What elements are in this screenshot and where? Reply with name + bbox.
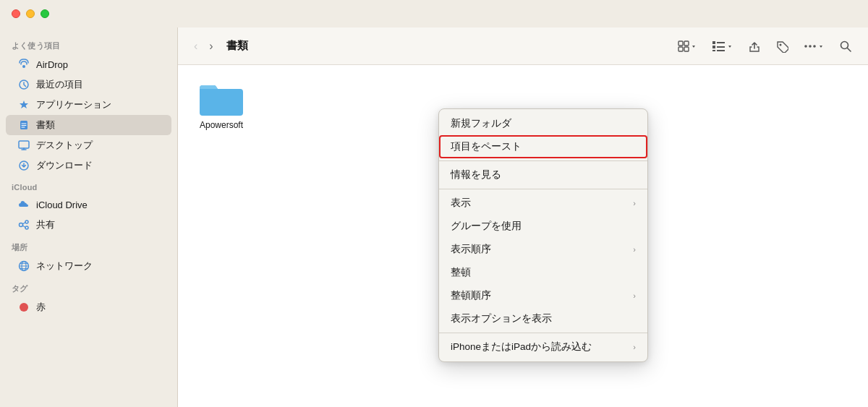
clean-up-label: 整頓 — [451, 266, 471, 279]
context-menu-clean-up[interactable]: 整頓 — [439, 261, 647, 284]
sidebar: よく使う項目 AirDrop 最近の項目 — [0, 27, 178, 407]
icloud-drive-label: iCloud Drive — [36, 200, 88, 210]
content-area: ‹ › 書類 — [178, 27, 868, 407]
svg-point-21 — [780, 43, 782, 46]
sidebar-section-icloud: iCloud — [0, 176, 177, 194]
show-view-options-label: 表示オプションを表示 — [451, 312, 552, 325]
icloud-drive-icon — [17, 198, 30, 211]
svg-point-10 — [20, 303, 28, 312]
clean-up-by-label: 整頓順序 — [451, 289, 491, 302]
context-menu-clean-up-by[interactable]: 整頓順序 › — [439, 284, 647, 307]
sidebar-section-tags: タグ — [0, 276, 177, 297]
toolbar-actions — [673, 37, 856, 56]
title-bar — [0, 0, 868, 27]
use-groups-label: グループを使用 — [451, 220, 522, 233]
close-button[interactable] — [12, 9, 20, 18]
context-menu-import-from-iphone[interactable]: iPhoneまたはiPadから読み込む › — [439, 335, 647, 359]
sidebar-item-desktop[interactable]: デスクトップ — [6, 135, 171, 155]
desktop-icon — [17, 139, 30, 152]
airdrop-label: AirDrop — [36, 59, 68, 70]
import-arrow-icon: › — [633, 343, 636, 351]
svg-rect-3 — [19, 141, 29, 148]
applications-label: アプリケーション — [36, 98, 111, 111]
context-menu-get-info[interactable]: 情報を見る — [439, 163, 647, 187]
sidebar-item-downloads[interactable]: ダウンロード — [6, 155, 171, 176]
view-arrow-icon: › — [633, 199, 636, 207]
svg-rect-14 — [684, 47, 689, 51]
sidebar-item-documents[interactable]: 書類 — [6, 115, 171, 135]
recents-icon — [17, 78, 30, 91]
svg-rect-16 — [712, 46, 715, 48]
svg-rect-17 — [712, 50, 715, 51]
search-button[interactable] — [835, 37, 856, 56]
svg-point-24 — [813, 45, 816, 48]
separator-1 — [439, 160, 647, 161]
sort-by-arrow-icon: › — [633, 245, 636, 254]
import-from-iphone-label: iPhoneまたはiPadから読み込む — [451, 340, 592, 354]
paste-label: 項目をペースト — [451, 140, 522, 153]
sort-by-label: 表示順序 — [451, 243, 491, 256]
context-menu: 新規フォルダ 項目をペースト 情報を見る 表示 › グループを使用 — [438, 108, 648, 362]
share-button[interactable] — [744, 37, 765, 56]
sidebar-item-applications[interactable]: アプリケーション — [6, 95, 171, 115]
back-button[interactable]: ‹ — [190, 37, 202, 56]
documents-icon — [17, 119, 30, 132]
sidebar-section-locations: 場所 — [0, 235, 177, 256]
context-menu-show-view-options[interactable]: 表示オプションを表示 — [439, 307, 647, 330]
traffic-lights — [12, 9, 49, 18]
svg-rect-12 — [684, 41, 689, 46]
svg-point-22 — [804, 45, 807, 48]
forward-button[interactable]: › — [205, 37, 217, 56]
airdrop-icon — [17, 58, 30, 71]
tag-red-dot-icon — [17, 301, 30, 314]
view-grid-button[interactable] — [673, 37, 702, 56]
tag-button[interactable] — [771, 37, 793, 56]
more-button[interactable] — [799, 38, 829, 55]
svg-rect-19 — [717, 46, 725, 48]
applications-icon — [17, 98, 30, 111]
main-container: よく使う項目 AirDrop 最近の項目 — [0, 27, 868, 407]
get-info-label: 情報を見る — [451, 168, 501, 181]
nav-buttons: ‹ › — [190, 37, 218, 56]
svg-rect-18 — [717, 42, 725, 43]
fullscreen-button[interactable] — [41, 9, 49, 18]
context-menu-new-folder[interactable]: 新規フォルダ — [439, 112, 647, 135]
sidebar-section-favorites: よく使う項目 — [0, 33, 177, 54]
clean-up-by-arrow-icon: › — [633, 291, 636, 300]
sidebar-item-icloud-drive[interactable]: iCloud Drive — [6, 194, 171, 215]
svg-point-5 — [20, 223, 23, 227]
shared-label: 共有 — [36, 218, 55, 231]
sidebar-item-network[interactable]: ネットワーク — [6, 256, 171, 276]
context-menu-paste[interactable]: 項目をペースト — [439, 135, 647, 158]
separator-3 — [439, 333, 647, 333]
minimize-button[interactable] — [26, 9, 35, 18]
svg-point-23 — [809, 45, 812, 48]
sidebar-item-shared[interactable]: 共有 — [6, 215, 171, 235]
svg-rect-11 — [678, 41, 683, 46]
documents-label: 書類 — [36, 119, 55, 132]
shared-icon — [17, 218, 30, 231]
recents-label: 最近の項目 — [36, 78, 83, 91]
svg-point-6 — [25, 220, 28, 223]
desktop-label: デスクトップ — [36, 139, 93, 152]
svg-rect-20 — [717, 50, 725, 51]
new-folder-label: 新規フォルダ — [451, 117, 511, 130]
downloads-icon — [17, 159, 30, 172]
context-menu-sort-by[interactable]: 表示順序 › — [439, 238, 647, 261]
sidebar-item-recents[interactable]: 最近の項目 — [6, 74, 171, 95]
downloads-label: ダウンロード — [36, 159, 93, 172]
list-item[interactable]: Apowersoft — [192, 80, 250, 130]
view-list-button[interactable] — [707, 38, 738, 55]
svg-rect-13 — [678, 47, 683, 51]
context-menu-use-groups[interactable]: グループを使用 — [439, 215, 647, 238]
network-label: ネットワーク — [36, 260, 93, 273]
network-icon — [17, 260, 30, 273]
sidebar-item-airdrop[interactable]: AirDrop — [6, 54, 171, 74]
tag-red-label: 赤 — [36, 301, 46, 314]
toolbar: ‹ › 書類 — [178, 27, 868, 65]
sidebar-item-tag-red[interactable]: 赤 — [6, 297, 171, 317]
svg-point-0 — [22, 65, 25, 68]
context-menu-view[interactable]: 表示 › — [439, 192, 647, 215]
page-title: 書類 — [226, 39, 664, 53]
file-area: Apowersoft 新規フォルダ 項目をペースト 情報を見る 表示 — [178, 65, 868, 407]
